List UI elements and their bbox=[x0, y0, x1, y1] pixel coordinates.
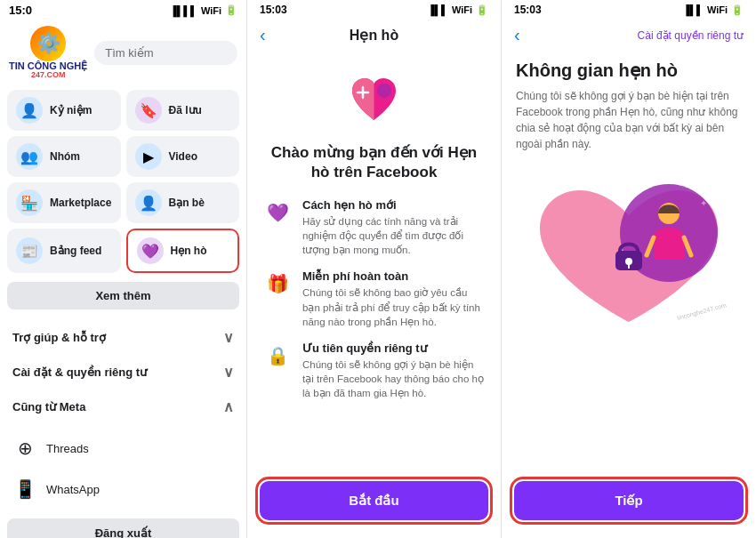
status-bar-p1: 15:0 ▐▌▌▌ WiFi 🔋 bbox=[0, 0, 246, 20]
feature-text-1: Miễn phí hoàn toàn Chúng tôi sẽ không ba… bbox=[302, 269, 485, 328]
threads-icon: ⊕ bbox=[12, 436, 37, 461]
search-bar[interactable]: Tìm kiếm bbox=[94, 41, 237, 65]
status-bar-p2: 15:03 ▐▌▌ WiFi 🔋 bbox=[247, 0, 501, 20]
svg-text:★: ★ bbox=[549, 204, 560, 218]
p3-content: Không gian hẹn hò Chúng tôi sẽ không gợi… bbox=[502, 51, 756, 472]
gear-logo-icon: ⚙️ bbox=[30, 26, 66, 61]
bang-feed-icon: 📰 bbox=[16, 237, 43, 264]
time-p1: 15:0 bbox=[9, 4, 32, 17]
feature-icon-0: 💜 bbox=[263, 198, 292, 227]
p3-topbar: ‹ Cài đặt quyền riêng tư bbox=[502, 20, 756, 51]
p2-title: Hẹn hò bbox=[350, 27, 398, 44]
marketplace-label: Marketplace bbox=[50, 197, 111, 209]
p2-topbar: ‹ Hẹn hò bbox=[247, 20, 501, 51]
feature-list: 💜 Cách hẹn hò mới Hãy sử dụng các tính n… bbox=[263, 198, 485, 400]
feature-title-0: Cách hẹn hò mới bbox=[302, 198, 485, 212]
ky-niem-label: Kỷ niệm bbox=[50, 104, 92, 116]
svg-text:✦: ✦ bbox=[700, 198, 707, 208]
ban-be-icon: 👤 bbox=[135, 189, 162, 216]
menu-item-hen-ho[interactable]: 💜 Hẹn hò bbox=[126, 229, 240, 273]
video-label: Video bbox=[169, 150, 197, 163]
feature-item-1: 🎁 Miễn phí hoàn toàn Chúng tôi sẽ không … bbox=[263, 269, 485, 328]
menu-item-ky-niem[interactable]: 👤 Kỷ niệm bbox=[7, 90, 121, 131]
menu-item-da-luu[interactable]: 🔖 Đã lưu bbox=[126, 90, 240, 131]
threads-item[interactable]: ⊕ Threads bbox=[0, 428, 246, 469]
nhom-label: Nhóm bbox=[50, 150, 80, 163]
svg-point-3 bbox=[625, 258, 632, 265]
app-logo: ⚙️ TIN CÔNG NGHỆ 247.COM bbox=[9, 26, 87, 79]
panel-facebook-menu: 15:0 ▐▌▌▌ WiFi 🔋 ⚙️ TIN CÔNG NGHỆ 247.CO… bbox=[0, 0, 247, 538]
p3-description: Chúng tôi sẽ không gợi ý bạn bè hiện tại… bbox=[516, 88, 742, 152]
chevron-up-icon: ∧ bbox=[223, 398, 234, 415]
back-button-p3[interactable]: ‹ bbox=[514, 25, 520, 45]
back-button-p2[interactable]: ‹ bbox=[260, 25, 266, 45]
p3-main-title: Không gian hẹn hò bbox=[516, 60, 742, 81]
hen-ho-label: Hẹn hò bbox=[171, 245, 207, 257]
fb-header: ⚙️ TIN CÔNG NGHỆ 247.COM Tìm kiếm bbox=[0, 20, 246, 84]
battery-icon: 🔋 bbox=[225, 4, 237, 16]
p3-footer: Tiếp bbox=[502, 472, 756, 538]
menu-item-marketplace[interactable]: 🏪 Marketplace bbox=[7, 182, 121, 223]
feature-text-2: Ưu tiên quyền riêng tư Chúng tôi sẽ khôn… bbox=[302, 341, 485, 400]
dating-illustration: ★ ✦ ✦ tinconghe247.com bbox=[516, 166, 742, 344]
status-icons-p3: ▐▌▌ WiFi 🔋 bbox=[682, 4, 744, 16]
video-icon: ▶ bbox=[135, 143, 162, 170]
hen-ho-icon: 💜 bbox=[137, 237, 164, 264]
svg-point-0 bbox=[377, 84, 391, 98]
menu-item-nhom[interactable]: 👥 Nhóm bbox=[7, 136, 121, 177]
svg-text:✦: ✦ bbox=[571, 253, 577, 261]
da-luu-icon: 🔖 bbox=[135, 97, 162, 124]
p2-footer: Bắt đầu bbox=[247, 472, 501, 538]
feature-text-0: Cách hẹn hò mới Hãy sử dụng các tính năn… bbox=[302, 198, 485, 257]
battery-icon-p2: 🔋 bbox=[476, 4, 488, 16]
feature-title-2: Ưu tiên quyền riêng tư bbox=[302, 341, 485, 355]
ky-niem-icon: 👤 bbox=[16, 97, 43, 124]
feature-desc-1: Chúng tôi sẽ không bao giờ yêu cầu bạn p… bbox=[302, 285, 485, 328]
menu-grid: 👤 Kỷ niệm 🔖 Đã lưu 👥 Nhóm ▶ Video 🏪 Mark… bbox=[0, 84, 246, 278]
tiep-button[interactable]: Tiếp bbox=[514, 481, 744, 520]
meta-section-toggle[interactable]: Cũng từ Meta ∧ bbox=[0, 389, 246, 424]
time-p3: 15:03 bbox=[514, 4, 542, 16]
feature-desc-2: Chúng tôi sẽ không gợi ý bạn bè hiện tại… bbox=[302, 357, 485, 400]
feature-item-0: 💜 Cách hẹn hò mới Hãy sử dụng các tính n… bbox=[263, 198, 485, 257]
tro-giup-section[interactable]: Trợ giúp & hỗ trợ ∨ bbox=[0, 320, 246, 355]
menu-item-ban-be[interactable]: 👤 Bạn bè bbox=[126, 182, 240, 223]
logo-text2: 247.COM bbox=[31, 71, 66, 79]
wifi-icon-p2: WiFi bbox=[452, 4, 472, 16]
wifi-icon-p3: WiFi bbox=[707, 4, 728, 16]
marketplace-icon: 🏪 bbox=[16, 189, 43, 216]
svg-text:tinconghe247.com: tinconghe247.com bbox=[676, 301, 727, 322]
dating-heart-icon bbox=[343, 68, 406, 131]
xem-them-button[interactable]: Xem thêm bbox=[7, 282, 239, 309]
status-icons-p2: ▐▌▌ WiFi 🔋 bbox=[427, 4, 488, 16]
p2-content: Chào mừng bạn đến với Hẹn hò trên Facebo… bbox=[247, 51, 501, 472]
signal-icon-p2: ▐▌▌ bbox=[427, 4, 447, 16]
battery-icon-p3: 🔋 bbox=[731, 4, 744, 16]
dang-xuat-button[interactable]: Đăng xuất bbox=[7, 518, 239, 538]
status-bar-p3: 15:03 ▐▌▌ WiFi 🔋 bbox=[502, 0, 756, 20]
whatsapp-label: WhatsApp bbox=[46, 483, 100, 496]
whatsapp-icon: 📱 bbox=[12, 477, 37, 502]
chevron-down-icon: ∨ bbox=[223, 329, 234, 346]
settings-link[interactable]: Cài đặt quyền riêng tư bbox=[638, 29, 744, 42]
nhom-icon: 👥 bbox=[16, 143, 43, 170]
menu-item-video[interactable]: ▶ Video bbox=[126, 136, 240, 177]
status-icons-p1: ▐▌▌▌ WiFi 🔋 bbox=[170, 4, 237, 16]
panel-hen-ho-intro: 15:03 ▐▌▌ WiFi 🔋 ‹ Hẹn hò Chào mừng bạn … bbox=[247, 0, 502, 538]
menu-item-bang-feed[interactable]: 📰 Bảng feed bbox=[7, 229, 121, 273]
p2-heading: Chào mừng bạn đến với Hẹn hò trên Facebo… bbox=[263, 143, 485, 182]
cai-dat-section[interactable]: Cài đặt & quyền riêng tư ∨ bbox=[0, 355, 246, 389]
feature-title-1: Miễn phí hoàn toàn bbox=[302, 269, 485, 283]
threads-label: Threads bbox=[46, 442, 89, 455]
whatsapp-item[interactable]: 📱 WhatsApp bbox=[0, 469, 246, 510]
wifi-icon: WiFi bbox=[201, 5, 221, 16]
ban-be-label: Bạn bè bbox=[169, 197, 205, 209]
feature-icon-1: 🎁 bbox=[263, 269, 292, 298]
cai-dat-label: Cài đặt & quyền riêng tư bbox=[12, 365, 147, 379]
bang-feed-label: Bảng feed bbox=[50, 245, 101, 257]
bat-dau-button[interactable]: Bắt đầu bbox=[260, 481, 488, 520]
chevron-down-icon-2: ∨ bbox=[223, 364, 234, 381]
time-p2: 15:03 bbox=[260, 4, 287, 16]
signal-icon: ▐▌▌▌ bbox=[170, 5, 197, 16]
feature-desc-0: Hãy sử dụng các tính năng và trải nghiệm… bbox=[302, 214, 485, 257]
